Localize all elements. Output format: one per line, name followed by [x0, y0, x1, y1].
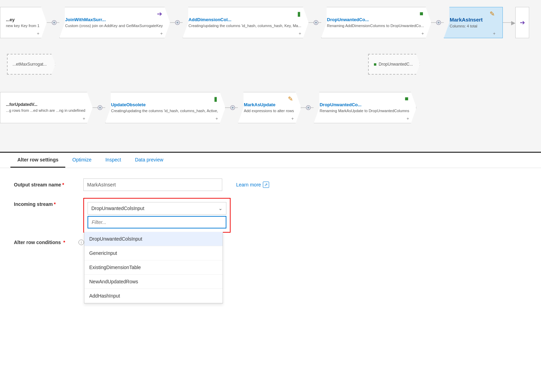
incoming-stream-label-text: Incoming stream — [14, 201, 53, 207]
node-icon-updateobsolete: ▮ — [214, 95, 217, 103]
tabs-bar: Alter row settings Optimize Inspect Data… — [0, 153, 541, 168]
info-icon[interactable]: i — [78, 240, 84, 245]
dashed-getmax[interactable]: ...etMaxSurrogat... — [7, 54, 56, 75]
connector-2 — [170, 20, 183, 25]
incoming-stream-select[interactable]: DropUnwantedColsInput ⌄ — [88, 202, 226, 215]
pipeline-end-icon: ➔ — [515, 7, 529, 38]
output-stream-label-text: Output stream name — [14, 182, 61, 187]
node-icon-markasupdate: ✎ — [288, 95, 293, 103]
node-desc-updateobsolete: Creating/updating the columns 'id_hash, … — [111, 108, 218, 113]
node-icon-adddim: ▮ — [297, 10, 301, 18]
node-icon-dropunwanted2: ■ — [405, 95, 409, 102]
node-plus-dropunwanted2[interactable]: + — [407, 116, 409, 121]
pipeline-node-markasinsert[interactable]: MarkAsInsert Columns: 4 total ✎ + — [444, 7, 503, 38]
pipeline-canvas: ...ey new key Key from 1 + JoinWithMaxSu… — [0, 0, 541, 153]
dropdown-chevron-icon: ⌄ — [218, 206, 223, 211]
external-link-icon: ⇗ — [263, 182, 269, 188]
connector-1 — [47, 20, 59, 25]
dropdown-option-5[interactable]: AddHashInput — [84, 289, 223, 303]
purple-arrow-icon: ➔ — [157, 10, 162, 17]
dashed-dropunwanted-right[interactable]: ■ DropUnwantedC... — [368, 54, 420, 75]
node-desc-key: new key Key from 1 — [6, 23, 40, 28]
green-plus-icon2: ▮ — [214, 95, 217, 102]
alter-row-required: * — [63, 240, 65, 245]
connector-3 — [309, 20, 321, 25]
alter-row-label: Alter row conditions * — [14, 240, 76, 245]
node-desc-join: Custom (cross) join on AddKey and GetMax… — [65, 23, 163, 28]
node-plus-join[interactable]: + — [160, 31, 163, 36]
node-plus-markasupdate[interactable]: + — [291, 116, 294, 121]
incoming-stream-label: Incoming stream* — [14, 201, 76, 207]
incoming-stream-section: Incoming stream* DropUnwantedColsInput ⌄… — [14, 198, 527, 233]
connector-4 — [431, 20, 444, 25]
node-desc-adddim: Creating/updating the columns 'id_hash, … — [189, 23, 301, 28]
connector-r3-1 — [93, 105, 105, 110]
pipeline-node-dropunwanted2[interactable]: DropUnwantedCo... Renaming MarkAsUpdate … — [314, 92, 416, 123]
node-plus-dropunwanted1[interactable]: + — [421, 31, 424, 36]
node-plus-forupdated[interactable]: + — [83, 116, 85, 121]
right-arrow-icon: ▶ — [511, 19, 515, 26]
node-desc-forupdated: ...g rows from ...ed which are ...ng in … — [6, 108, 85, 113]
output-stream-input[interactable] — [83, 178, 222, 191]
node-plus-key[interactable]: + — [37, 31, 40, 36]
alter-row-label-group: Alter row conditions * i — [14, 240, 84, 245]
pipeline-node-forupdated[interactable]: ...forUpdatedV... ...g rows from ...ed w… — [0, 92, 93, 123]
dropdown-option-3[interactable]: ExistingDimensionTable — [84, 260, 223, 275]
connector-r3-2 — [225, 105, 238, 110]
tab-alter-row[interactable]: Alter row settings — [10, 153, 65, 168]
node-desc-dropunwanted2: Renaming MarkAsUpdate to DropUnwantedCol… — [319, 108, 409, 113]
green-square-icon: ■ — [419, 10, 423, 17]
pipeline-node-dropunwanted1[interactable]: DropUnwantedCo... Renaming AddDimensionC… — [321, 7, 431, 38]
pipeline-node-join[interactable]: JoinWithMaxSurr... Custom (cross) join o… — [59, 7, 170, 38]
pipeline-node-key[interactable]: ...ey new key Key from 1 + — [0, 7, 47, 38]
green-plus-icon: ▮ — [297, 10, 301, 17]
pipeline-node-adddim[interactable]: AddDimensionCol... Creating/updating the… — [183, 7, 309, 38]
node-desc-markasinsert: Columns: 4 total — [450, 24, 496, 28]
incoming-required: * — [54, 201, 56, 207]
node-plus-markasinsert[interactable]: + — [493, 31, 496, 36]
node-desc-markasupdate: Add expressions to alter rows — [244, 108, 294, 113]
tab-data-preview[interactable]: Data preview — [128, 153, 170, 168]
node-title-markasinsert: MarkAsInsert — [450, 17, 496, 23]
node-title-updateobsolete: UpdateObsolete — [111, 102, 218, 107]
green-square-icon2: ■ — [405, 95, 409, 102]
dashed-node-drop-label: DropUnwantedC... — [378, 62, 413, 67]
node-title-dropunwanted1: DropUnwantedCo... — [327, 17, 424, 22]
alter-row-label-text: Alter row conditions — [14, 240, 61, 245]
node-plus-updateobsolete[interactable]: + — [216, 116, 218, 121]
node-icon-markasinsert: ✎ — [490, 10, 495, 18]
node-icon-dropunwanted1: ■ — [419, 10, 423, 17]
dashed-green-icon: ■ — [374, 61, 376, 67]
node-plus-adddim[interactable]: + — [299, 31, 301, 36]
node-icon-join: ➔ — [157, 10, 162, 18]
pipeline-node-markasupdate[interactable]: MarkAsUpdate Add expressions to alter ro… — [238, 92, 301, 123]
node-title-adddim: AddDimensionCol... — [189, 17, 301, 22]
incoming-stream-value: DropUnwantedColsInput — [91, 206, 144, 211]
tab-inspect[interactable]: Inspect — [98, 153, 128, 168]
dropdown-option-2[interactable]: GenericInput — [84, 246, 223, 260]
node-title-join: JoinWithMaxSurr... — [65, 17, 163, 22]
learn-more-link[interactable]: Learn more ⇗ — [236, 182, 269, 188]
dropdown-option-4[interactable]: NewAndUpdatedRows — [84, 275, 223, 289]
tab-optimize[interactable]: Optimize — [65, 153, 98, 168]
connector-5: ▶ — [503, 19, 515, 26]
node-title-forupdated: ...forUpdatedV... — [6, 102, 85, 107]
node-title-dropunwanted2: DropUnwantedCo... — [319, 102, 409, 107]
orange-pencil-icon2: ✎ — [288, 95, 293, 102]
dropdown-filter-input[interactable] — [88, 216, 226, 228]
dropdown-options-list: DropUnwantedColsInput GenericInput Exist… — [84, 232, 223, 303]
dashed-node-getmax-label: ...etMaxSurrogat... — [13, 62, 47, 67]
output-stream-required: * — [62, 182, 64, 187]
output-stream-row: Output stream name* Learn more ⇗ — [14, 178, 527, 191]
node-title-key: ...ey — [6, 17, 40, 22]
connector-r3-3 — [301, 105, 314, 110]
end-purple-icon: ➔ — [520, 19, 525, 26]
incoming-stream-dropdown-wrapper: DropUnwantedColsInput ⌄ DropUnwantedCols… — [83, 198, 231, 233]
node-desc-dropunwanted1: Renaming AddDimensionColumns to DropUnwa… — [327, 23, 424, 28]
orange-pencil-icon: ✎ — [490, 10, 495, 17]
pipeline-node-updateobsolete[interactable]: UpdateObsolete Creating/updating the col… — [105, 92, 225, 123]
dropdown-option-1[interactable]: DropUnwantedColsInput — [84, 232, 223, 246]
output-stream-label: Output stream name* — [14, 182, 76, 187]
settings-panel: Output stream name* Learn more ⇗ Incomin… — [0, 168, 541, 262]
node-title-markasupdate: MarkAsUpdate — [244, 102, 294, 107]
